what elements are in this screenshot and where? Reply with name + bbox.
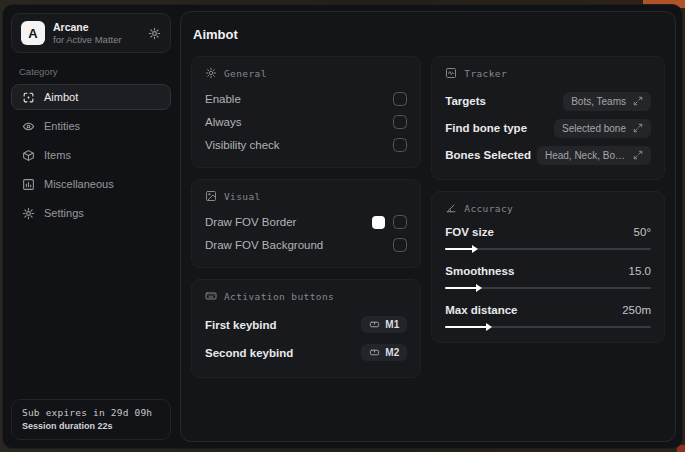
right-column: Tracker Targets Bots, Teams (431, 56, 665, 343)
section-title: Tracker (464, 68, 507, 79)
slider-fill (445, 287, 478, 289)
sidebar-item-aimbot[interactable]: Aimbot (11, 84, 171, 110)
gear-icon (22, 207, 35, 220)
tracker-header: Tracker (445, 67, 651, 79)
setting-row: Always (205, 111, 407, 133)
enable-checkbox[interactable] (393, 92, 407, 106)
max-distance-slider[interactable] (445, 322, 651, 331)
slider-fill (445, 248, 474, 250)
expand-icon (633, 96, 643, 106)
dropdown-label: Targets (445, 95, 486, 107)
draw-fov-border-checkbox[interactable] (393, 215, 407, 229)
accuracy-card: Accuracy FOV size 50° (431, 191, 665, 343)
image-icon (205, 190, 217, 202)
session-duration-text: Session duration 22s (22, 421, 160, 431)
app-window: A Arcane for Active Matter Category Aimb… (2, 4, 683, 449)
activation-buttons-card: Activation buttons First keybind M1 (191, 279, 421, 378)
visibility-check-checkbox[interactable] (393, 138, 407, 152)
gear-icon[interactable] (148, 27, 161, 40)
sidebar-item-settings[interactable]: Settings (11, 200, 171, 226)
slider-thumb[interactable] (486, 323, 492, 331)
dropdown-row: Bones Selected Head, Neck, Body, Pe.. (445, 142, 651, 168)
slider-row: Max distance 250m (445, 301, 651, 331)
expand-icon (633, 123, 643, 133)
setting-label: Enable (205, 93, 241, 105)
sidebar-item-label: Items (44, 149, 71, 161)
smoothness-slider[interactable] (445, 283, 651, 292)
keyboard-icon (205, 290, 217, 302)
mouse-icon (369, 319, 380, 330)
brand-text: Arcane for Active Matter (53, 21, 140, 46)
section-title: Visual (224, 191, 261, 202)
keybind-value: M2 (385, 347, 399, 358)
sidebar-item-label: Settings (44, 207, 84, 219)
sidebar: A Arcane for Active Matter Category Aimb… (9, 11, 173, 442)
general-card: General Enable Always Visibility check (191, 56, 421, 168)
targets-dropdown[interactable]: Bots, Teams (563, 92, 651, 111)
setting-row: Visibility check (205, 134, 407, 156)
angle-icon (445, 202, 457, 214)
page-title: Aimbot (193, 27, 665, 42)
expand-icon (633, 150, 643, 160)
slider-row-top: Max distance 250m (445, 301, 651, 319)
setting-row: Enable (205, 88, 407, 110)
setting-row: Draw FOV Border (205, 211, 407, 233)
slider-row-top: FOV size 50° (445, 223, 651, 241)
keybind-label: Second keybind (205, 347, 293, 359)
slider-thumb[interactable] (472, 245, 478, 253)
content-columns: General Enable Always Visibility check (191, 56, 665, 378)
keybind-value: M1 (385, 319, 399, 330)
setting-label: Draw FOV Border (205, 216, 296, 228)
first-keybind-button[interactable]: M1 (361, 316, 407, 333)
section-title: General (224, 68, 267, 79)
brand-name: Arcane (53, 21, 140, 34)
dropdown-label: Bones Selected (445, 149, 531, 161)
visual-header: Visual (205, 190, 407, 202)
setting-label: Draw FOV Background (205, 239, 323, 251)
setting-label: Always (205, 116, 241, 128)
activity-icon (445, 67, 457, 79)
slider-thumb[interactable] (476, 284, 482, 292)
slider-row: Smoothness 15.0 (445, 262, 651, 292)
sidebar-item-miscellaneous[interactable]: Miscellaneous (11, 171, 171, 197)
sub-expires-text: Sub expires in 29d 09h (22, 407, 160, 418)
slider-label: Max distance (445, 304, 517, 316)
slider-label: FOV size (445, 226, 494, 238)
sidebar-item-items[interactable]: Items (11, 142, 171, 168)
category-label: Category (19, 66, 163, 77)
always-checkbox[interactable] (393, 115, 407, 129)
slider-value: 50° (634, 226, 651, 238)
dropdown-row: Targets Bots, Teams (445, 88, 651, 114)
fov-size-slider[interactable] (445, 244, 651, 253)
section-title: Activation buttons (224, 291, 334, 302)
tracker-card: Tracker Targets Bots, Teams (431, 56, 665, 180)
find-bone-type-dropdown[interactable]: Selected bone (554, 119, 651, 138)
sidebar-item-label: Miscellaneous (44, 178, 114, 190)
bones-selected-dropdown[interactable]: Head, Neck, Body, Pe.. (537, 146, 651, 165)
subscription-card: Sub expires in 29d 09h Session duration … (11, 399, 171, 440)
setting-label: Visibility check (205, 139, 280, 151)
fov-border-color-swatch[interactable] (372, 216, 385, 229)
main-panel: Aimbot General Enable (180, 11, 676, 442)
slider-row-top: Smoothness 15.0 (445, 262, 651, 280)
chart-board-icon (22, 178, 35, 191)
draw-fov-background-checkbox[interactable] (393, 238, 407, 252)
keybind-label: First keybind (205, 319, 277, 331)
slider-value: 250m (622, 304, 651, 316)
visual-card: Visual Draw FOV Border Draw FOV Backgrou… (191, 179, 421, 268)
crosshair-scan-icon (22, 91, 35, 104)
control-group (372, 215, 407, 229)
second-keybind-button[interactable]: M2 (361, 344, 407, 361)
dropdown-label: Find bone type (445, 122, 527, 134)
dropdown-row: Find bone type Selected bone (445, 115, 651, 141)
dropdown-value: Selected bone (562, 123, 626, 134)
keybind-row: Second keybind M2 (205, 339, 407, 366)
slider-row: FOV size 50° (445, 223, 651, 253)
brand-subtitle: for Active Matter (53, 34, 140, 46)
sidebar-item-label: Aimbot (44, 91, 78, 103)
dropdown-value: Head, Neck, Body, Pe.. (545, 150, 626, 161)
sidebar-item-label: Entities (44, 120, 80, 132)
sidebar-item-entities[interactable]: Entities (11, 113, 171, 139)
app-logo: A (21, 21, 45, 45)
mouse-icon (369, 347, 380, 358)
